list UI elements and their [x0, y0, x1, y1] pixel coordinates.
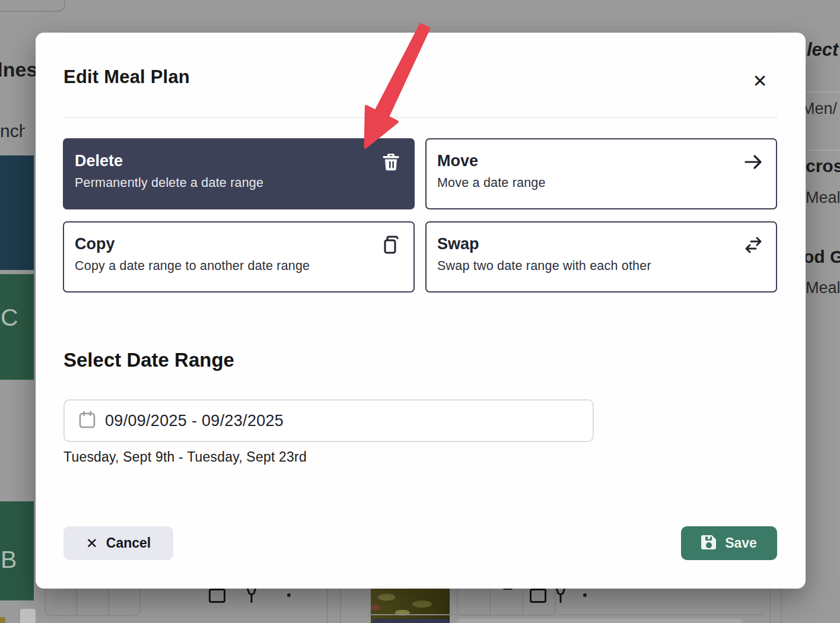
date-range-helper-text: Tuesday, Sept 9th - Tuesday, Sept 23rd: [63, 449, 307, 465]
date-range-input[interactable]: 09/09/2025 - 09/23/2025: [63, 399, 594, 442]
background-sidebar-macros: cros: [806, 156, 840, 182]
trash-icon: [381, 152, 400, 171]
card-description: Swap two date range with each other: [437, 259, 740, 274]
background-photo-sliver: [0, 617, 5, 623]
dialog-title: Edit Meal Plan: [63, 66, 190, 88]
card-description: Move a date range: [437, 176, 740, 190]
save-button[interactable]: Save: [681, 526, 777, 560]
background-sidebar-meal: Meal: [806, 279, 840, 305]
background-tile-edge: [372, 619, 450, 623]
background-sidebar-menu: Men/: [806, 100, 840, 126]
close-icon[interactable]: ✕: [747, 68, 772, 93]
divider: [769, 589, 771, 623]
swap-action-card[interactable]: Swap Swap two date range with each other: [425, 221, 777, 293]
divider: [806, 150, 840, 151]
background-recipe-tile: C: [0, 274, 34, 380]
background-recipe-tile: O: [0, 155, 34, 270]
background-recipe-tile: B: [0, 501, 34, 600]
utensils-icon: [245, 587, 258, 605]
edit-meal-plan-dialog: Edit Meal Plan ✕ Delete Permanently dele…: [36, 33, 806, 589]
date-range-heading: Select Date Range: [63, 349, 234, 371]
background-sidebar-select: lect: [806, 39, 840, 65]
checkbox-icon: [209, 589, 225, 603]
swap-icon: [744, 236, 763, 255]
action-cards: Delete Permanently delete a date range M…: [63, 138, 777, 293]
card-title: Swap: [437, 234, 740, 255]
background-salad-photo: [0, 386, 34, 495]
background-sidebar-meal: Meal: [806, 189, 840, 215]
background-row-edge: [457, 619, 743, 623]
header-divider: [63, 117, 778, 118]
arrow-right-icon: [744, 152, 763, 171]
dot-icon: [583, 593, 587, 597]
divider: [340, 589, 341, 623]
background-card-outline: [0, 0, 65, 12]
background-beans-photo: [371, 589, 450, 623]
background-serving-stepper: [44, 586, 141, 616]
divider: [368, 614, 765, 615]
date-range-value: 09/09/2025 - 09/23/2025: [105, 412, 284, 430]
cancel-button[interactable]: ✕ Cancel: [63, 526, 173, 560]
tile-initial: C: [1, 304, 18, 332]
divider: [327, 589, 328, 623]
background-sidebar-foodgroups: od G: [806, 247, 840, 273]
background-meal-label: nch: [0, 121, 25, 145]
utensils-icon: [554, 587, 567, 605]
move-action-card[interactable]: Move Move a date range: [425, 138, 777, 209]
calendar-icon: [79, 411, 96, 431]
divider: [806, 91, 840, 93]
copy-action-card[interactable]: Copy Copy a date range to another date r…: [63, 221, 415, 293]
card-title: Move: [437, 151, 740, 171]
x-icon: ✕: [86, 535, 98, 552]
delete-action-card[interactable]: Delete Permanently delete a date range: [63, 138, 415, 209]
tile-initial: B: [1, 546, 17, 574]
card-title: Copy: [75, 234, 378, 255]
card-description: Permanently delete a date range: [75, 176, 378, 190]
background-card-edge: [20, 609, 36, 623]
background-day-header: dnesd: [0, 58, 37, 87]
save-disk-icon: [701, 535, 717, 552]
copy-icon: [381, 236, 400, 255]
dot-icon: [287, 593, 291, 597]
divider: [781, 589, 782, 623]
card-title: Delete: [75, 151, 378, 171]
checkbox-icon: [530, 589, 546, 603]
card-description: Copy a date range to another date range: [75, 259, 378, 274]
